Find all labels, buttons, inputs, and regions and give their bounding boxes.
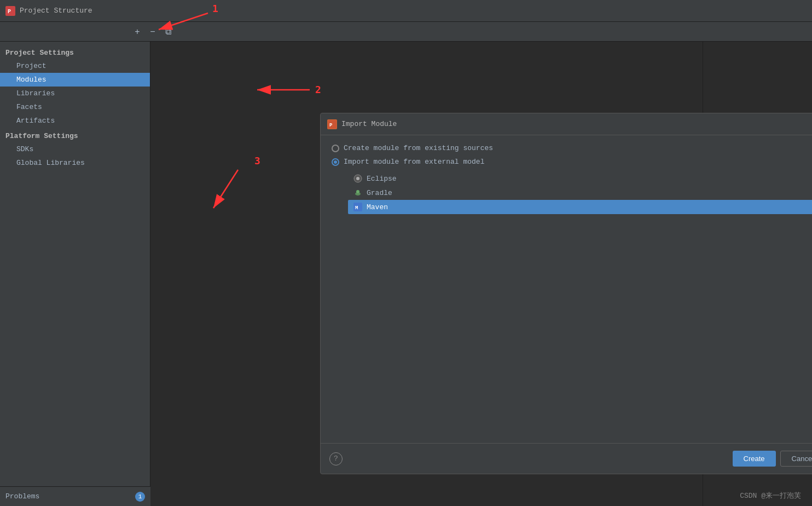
svg-text:M: M [355,205,358,211]
gradle-icon [353,188,362,197]
title-bar: P Project Structure [0,0,812,22]
add-button[interactable]: + [131,26,143,38]
sidebar-item-artifacts[interactable]: Artifacts [0,114,150,128]
content-area: tails here P Import Module × [150,42,812,506]
eclipse-label: Eclipse [367,175,397,183]
sidebar-item-sdks[interactable]: SDKs [0,142,150,156]
dialog-footer: ? Create Cancel [321,443,812,474]
copy-button[interactable]: ⧉ [162,26,174,38]
sidebar-item-modules[interactable]: Modules [0,73,150,87]
model-item-gradle[interactable]: Gradle [348,186,812,200]
window-title: Project Structure [20,7,92,15]
svg-point-7 [356,190,359,193]
remove-button[interactable]: − [147,26,159,38]
create-button[interactable]: Create [733,451,776,467]
model-item-maven[interactable]: M Maven [348,200,812,214]
help-button[interactable]: ? [329,452,343,465]
sidebar-item-facets[interactable]: Facets [0,100,150,114]
platform-settings-title: Platform Settings [0,128,150,142]
toolbar: + − ⧉ [0,22,812,42]
problems-bar[interactable]: Problems 1 [0,486,150,506]
model-list: Eclipse Gradle [332,171,812,214]
watermark: CSDN @来一打泡芙 [740,491,801,501]
app-icon: P [5,6,15,16]
dialog-header: P Import Module × [321,113,812,135]
radio-row-external[interactable]: Import module from external model [332,158,812,166]
radio-existing-label: Create module from existing sources [344,144,493,152]
cancel-button[interactable]: Cancel [780,451,812,467]
maven-icon: M [353,203,362,211]
radio-existing[interactable] [332,145,339,152]
radio-external-label: Import module from external model [344,158,484,166]
radio-external[interactable] [332,158,339,166]
dialog-actions: Create Cancel [733,451,813,467]
model-item-eclipse[interactable]: Eclipse [348,171,812,186]
svg-point-5 [356,177,359,180]
radio-row-existing[interactable]: Create module from existing sources [332,144,812,152]
sidebar-item-project[interactable]: Project [0,59,150,73]
project-settings-title: Project Settings [0,44,150,59]
svg-text:P: P [8,9,11,15]
main-layout: Project Settings Project Modules Librari… [0,42,812,506]
dialog-body: Create module from existing sources Impo… [321,135,812,443]
gradle-label: Gradle [367,189,392,197]
problems-label: Problems [5,492,135,501]
eclipse-icon [353,174,362,183]
sidebar: Project Settings Project Modules Librari… [0,42,150,506]
sidebar-item-libraries[interactable]: Libraries [0,87,150,100]
svg-text:P: P [329,123,333,128]
import-dialog: P Import Module × Create module from exi… [320,113,812,474]
problems-badge: 1 [135,492,145,502]
dialog-title: Import Module [341,120,812,128]
dialog-title-icon: P [327,119,337,129]
sidebar-item-global-libraries[interactable]: Global Libraries [0,156,150,170]
maven-label: Maven [367,203,388,211]
